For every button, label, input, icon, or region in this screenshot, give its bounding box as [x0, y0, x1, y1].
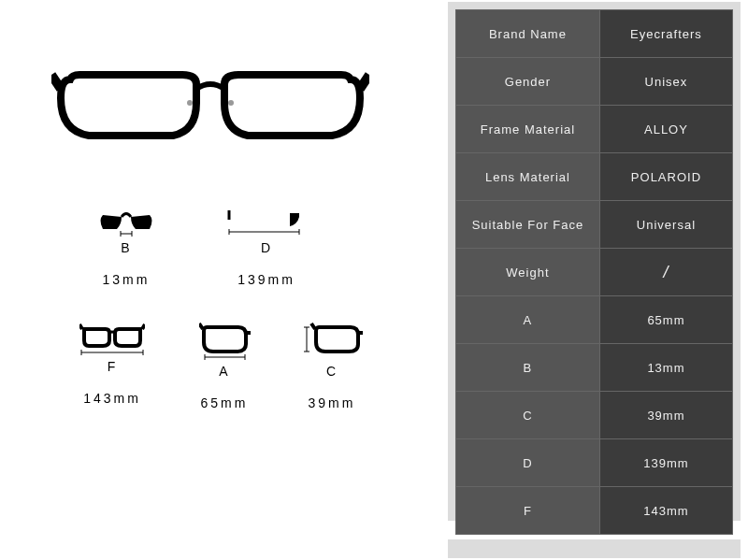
- spec-label: Weight: [456, 249, 600, 296]
- spec-table: Brand NameEyecrafters GenderUnisex Frame…: [455, 9, 733, 535]
- footer-strip: [448, 539, 741, 558]
- table-row: Weight/: [456, 249, 733, 296]
- frame-width-icon: [79, 320, 145, 357]
- spec-value: POLAROID: [599, 153, 732, 201]
- measure-d-letter: D: [196, 240, 337, 255]
- spec-value: ALLOY: [599, 106, 732, 153]
- measure-f-value: 143mm: [56, 391, 168, 406]
- table-row: Frame MaterialALLOY: [456, 106, 733, 153]
- spec-value: 39mm: [599, 392, 732, 439]
- spec-value: 13mm: [599, 344, 732, 392]
- measure-c-letter: C: [280, 364, 383, 379]
- spec-value: Universal: [599, 201, 732, 249]
- table-row: F143mm: [456, 487, 733, 535]
- lens-height-icon: [302, 320, 363, 362]
- svg-point-0: [187, 100, 193, 106]
- bridge-width-icon: [98, 206, 154, 238]
- spec-label: D: [456, 439, 600, 487]
- measure-c: C 39mm: [280, 320, 383, 410]
- measure-a-value: 65mm: [168, 395, 280, 410]
- spec-value: /: [599, 249, 732, 296]
- measure-a-letter: A: [168, 364, 280, 379]
- table-row: C39mm: [456, 392, 733, 439]
- spec-label: Frame Material: [456, 106, 600, 153]
- spec-value: 143mm: [599, 487, 732, 535]
- spec-label: Suitable For Face: [456, 201, 600, 249]
- measure-b: B 13mm: [56, 206, 196, 287]
- table-row: Lens MaterialPOLAROID: [456, 153, 733, 201]
- spec-label: B: [456, 344, 600, 392]
- spec-label: Gender: [456, 58, 600, 106]
- spec-value: 139mm: [599, 439, 732, 487]
- spec-label: A: [456, 296, 600, 344]
- spec-pane: Brand NameEyecrafters GenderUnisex Frame…: [448, 2, 741, 521]
- measure-a: A 65mm: [168, 320, 280, 410]
- table-row: D139mm: [456, 439, 733, 487]
- spec-value: Unisex: [599, 58, 732, 106]
- spec-value: Eyecrafters: [599, 10, 732, 58]
- measure-d: D 139mm: [196, 206, 337, 287]
- table-row: B13mm: [456, 344, 733, 392]
- spec-label: Lens Material: [456, 153, 600, 201]
- table-row: Brand NameEyecrafters: [456, 10, 733, 58]
- measure-b-letter: B: [56, 240, 196, 255]
- table-row: Suitable For FaceUniversal: [456, 201, 733, 249]
- spec-label: C: [456, 392, 600, 439]
- spec-label: Brand Name: [456, 10, 600, 58]
- spec-value: 65mm: [599, 296, 732, 344]
- measurement-grid: B 13mm D 139mm: [56, 206, 393, 443]
- measure-c-value: 39mm: [280, 395, 383, 410]
- temple-length-icon: [224, 206, 309, 238]
- table-row: GenderUnisex: [456, 58, 733, 106]
- measure-f-letter: F: [56, 359, 168, 374]
- svg-point-1: [228, 100, 234, 106]
- spec-label: F: [456, 487, 600, 535]
- lens-width-icon: [199, 320, 251, 362]
- measure-f: F 143mm: [56, 320, 168, 410]
- measure-d-value: 139mm: [196, 272, 337, 287]
- measure-b-value: 13mm: [56, 272, 196, 287]
- glasses-photo: [51, 51, 369, 150]
- table-row: A65mm: [456, 296, 733, 344]
- diagram-pane: B 13mm D 139mm: [0, 0, 430, 560]
